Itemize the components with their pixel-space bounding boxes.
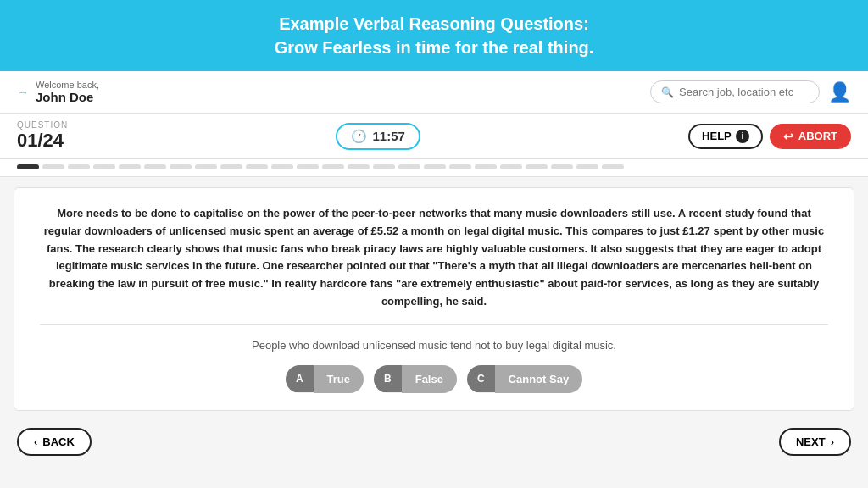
question-text: People who download unlicensed music ten… bbox=[40, 339, 828, 352]
answer-option-2[interactable]: CCannot Say bbox=[467, 365, 582, 393]
progress-dot bbox=[500, 164, 522, 169]
answer-options: ATrueBFalseCCannot Say bbox=[40, 365, 828, 393]
abort-label: ABORT bbox=[798, 130, 837, 142]
progress-dot bbox=[449, 164, 471, 169]
progress-dot bbox=[17, 164, 39, 169]
welcome-section: → Welcome back, John Doe bbox=[17, 80, 99, 104]
progress-dots bbox=[17, 164, 851, 169]
answer-option-0[interactable]: ATrue bbox=[286, 365, 364, 393]
progress-dot bbox=[271, 164, 293, 169]
main-content: More needs to be done to capitalise on t… bbox=[14, 187, 854, 411]
clock-icon: 🕐 bbox=[351, 129, 367, 144]
progress-dot bbox=[195, 164, 217, 169]
progress-dot bbox=[576, 164, 598, 169]
timer-value: 11:57 bbox=[372, 129, 404, 143]
progress-dot bbox=[475, 164, 497, 169]
progress-dot bbox=[170, 164, 192, 169]
nav-right: 🔍 👤 bbox=[650, 80, 851, 103]
search-box[interactable]: 🔍 bbox=[650, 80, 820, 103]
welcome-text: Welcome back, John Doe bbox=[36, 80, 99, 104]
answer-letter-1: B bbox=[374, 365, 402, 392]
next-chevron-icon: › bbox=[831, 435, 834, 448]
question-section: People who download unlicensed music ten… bbox=[40, 339, 828, 393]
help-info-icon: i bbox=[736, 130, 749, 143]
passage-text: More needs to be done to capitalise on t… bbox=[40, 205, 828, 325]
answer-label-1: False bbox=[402, 365, 457, 393]
progress-dot bbox=[526, 164, 548, 169]
answer-label-2: Cannot Say bbox=[495, 365, 583, 393]
question-number: QUESTION 01/24 bbox=[17, 120, 68, 152]
header-title: Example Verbal Reasoning Questions: Grow… bbox=[17, 12, 851, 59]
header-banner: Example Verbal Reasoning Questions: Grow… bbox=[0, 0, 868, 71]
back-label: BACK bbox=[42, 435, 75, 448]
help-button[interactable]: HELP i bbox=[688, 124, 763, 149]
progress-dot bbox=[144, 164, 166, 169]
answer-letter-2: C bbox=[467, 365, 495, 392]
welcome-back-label: Welcome back, bbox=[36, 80, 99, 90]
progress-dot bbox=[220, 164, 242, 169]
progress-bar-container bbox=[0, 159, 868, 177]
progress-dot bbox=[424, 164, 446, 169]
progress-dot bbox=[68, 164, 90, 169]
user-profile-icon[interactable]: 👤 bbox=[828, 81, 851, 103]
back-button[interactable]: ‹ BACK bbox=[17, 428, 92, 456]
progress-dot bbox=[246, 164, 268, 169]
progress-dot bbox=[551, 164, 573, 169]
abort-icon: ↩ bbox=[783, 130, 793, 143]
progress-dot bbox=[602, 164, 624, 169]
back-chevron-icon: ‹ bbox=[34, 435, 37, 448]
progress-dot bbox=[322, 164, 344, 169]
abort-button[interactable]: ↩ ABORT bbox=[770, 124, 851, 149]
question-label: QUESTION bbox=[17, 120, 68, 130]
progress-dot bbox=[398, 164, 420, 169]
progress-dot bbox=[93, 164, 115, 169]
answer-letter-0: A bbox=[286, 365, 314, 392]
search-icon: 🔍 bbox=[661, 86, 674, 98]
question-bar: QUESTION 01/24 🕐 11:57 HELP i ↩ ABORT bbox=[0, 114, 868, 159]
question-value: 01/24 bbox=[17, 130, 68, 152]
progress-dot bbox=[297, 164, 319, 169]
action-buttons: HELP i ↩ ABORT bbox=[688, 124, 851, 149]
next-button[interactable]: NEXT › bbox=[779, 428, 851, 456]
answer-option-1[interactable]: BFalse bbox=[374, 365, 457, 393]
next-label: NEXT bbox=[796, 435, 826, 448]
progress-dot bbox=[373, 164, 395, 169]
progress-dot bbox=[42, 164, 64, 169]
search-input[interactable] bbox=[679, 86, 809, 98]
answer-label-0: True bbox=[314, 365, 364, 393]
progress-dot bbox=[348, 164, 370, 169]
progress-dot bbox=[119, 164, 141, 169]
timer-box: 🕐 11:57 bbox=[336, 123, 420, 150]
arrow-icon: → bbox=[17, 86, 29, 99]
user-name: John Doe bbox=[36, 90, 99, 104]
help-label: HELP bbox=[702, 130, 732, 142]
nav-bar: → Welcome back, John Doe 🔍 👤 bbox=[0, 71, 868, 114]
footer-nav: ‹ BACK NEXT › bbox=[0, 421, 868, 463]
